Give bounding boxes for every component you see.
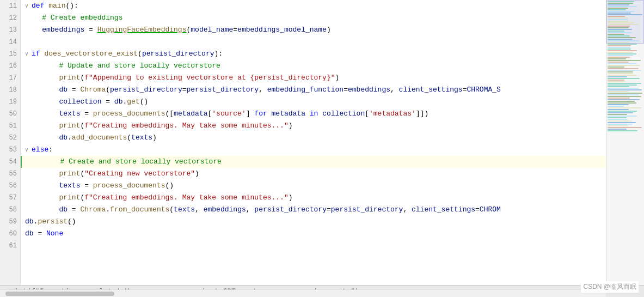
- horizontal-scrollbar[interactable]: [0, 289, 606, 297]
- token-nm: metadata: [174, 110, 207, 118]
- token-nm: db: [114, 98, 123, 106]
- token-plain: ,: [195, 205, 204, 214]
- minimap[interactable]: [606, 0, 644, 285]
- token-fn: Chroma: [80, 86, 106, 94]
- line-number: 13: [3, 24, 17, 36]
- line-number: 56: [3, 180, 17, 192]
- token-plain: =: [34, 229, 46, 238]
- token-st: f"Appending to existing vectorstore at {…: [84, 74, 335, 82]
- code-line: print("Creating new vectorstore"): [21, 168, 606, 180]
- token-st: f"Creating embeddings. May take some min…: [84, 193, 288, 202]
- token-nm: db: [25, 217, 34, 226]
- token-nm: persist_directory: [142, 50, 214, 58]
- token-nm: collection: [59, 98, 101, 106]
- token-kw: def: [32, 2, 48, 10]
- code-content: ∨ def main(): # Create embeddings embedd…: [21, 0, 606, 285]
- token-fold: ∨: [25, 147, 32, 153]
- line-number: 19: [3, 96, 17, 108]
- line-number: 54: [3, 156, 17, 168]
- token-plain: (: [127, 134, 131, 142]
- token-nm: db: [59, 86, 68, 94]
- line-number: 60: [3, 228, 17, 240]
- token-kw: for: [254, 110, 271, 118]
- token-fn: print: [59, 193, 80, 202]
- token-fn: add_documents: [72, 134, 127, 142]
- code-line: ∨ else:: [21, 144, 606, 156]
- line-number: 52: [3, 132, 17, 144]
- token-plain: ): [152, 134, 157, 142]
- code-line: db = Chroma.from_documents(texts, embedd…: [21, 204, 606, 216]
- token-plain: ): [335, 74, 340, 82]
- token-plain: (: [138, 50, 142, 58]
- code-line: [21, 36, 606, 48]
- line-number: 16: [3, 60, 17, 72]
- token-plain: ():: [65, 2, 78, 10]
- token-plain: =: [68, 205, 80, 214]
- token-plain: ): [289, 193, 293, 202]
- scroll-thumb[interactable]: [5, 292, 114, 296]
- line-number: 15: [3, 48, 17, 60]
- token-plain: ,: [246, 205, 255, 214]
- token-fn: HuggingFaceEmbeddings: [97, 26, 187, 34]
- token-plain: =: [80, 110, 93, 118]
- code-line: embeddings = HuggingFaceEmbeddings(model…: [21, 24, 606, 36]
- token-plain: .: [106, 205, 110, 214]
- line-number: 14: [3, 36, 17, 48]
- line-number: 18: [3, 84, 17, 96]
- token-plain: =: [101, 98, 114, 106]
- token-st: 'source': [212, 110, 246, 118]
- token-plain: .: [68, 134, 72, 142]
- line-number: 58: [3, 204, 17, 216]
- token-fold: ∨: [25, 3, 32, 9]
- code-line: ∨ def main():: [21, 0, 606, 12]
- token-plain: ): [327, 26, 331, 34]
- code-line: print(f"Creating embeddings. May take so…: [21, 120, 606, 132]
- code-line: # Create and store locally vectorstore: [21, 156, 606, 168]
- token-st: 'metadatas': [369, 110, 416, 118]
- code-line: db = Chroma(persist_directory=persist_di…: [21, 84, 606, 96]
- line-number: 11: [3, 0, 17, 12]
- watermark: CSDN @临风而眠: [581, 281, 639, 293]
- token-fn: print: [59, 169, 80, 178]
- line-number: 53: [3, 144, 17, 156]
- token-plain: (): [165, 181, 174, 190]
- token-nm: texts: [59, 181, 80, 190]
- token-nm: metadata: [272, 110, 310, 118]
- code-line: texts = process_documents([metadata['sou…: [21, 108, 606, 120]
- token-fn: does_vectorstore_exist: [44, 50, 138, 58]
- token-plain: =: [233, 26, 237, 34]
- token-plain: =: [475, 205, 480, 214]
- token-nm: CHROMA_S: [467, 86, 500, 94]
- line-number: 61: [3, 240, 17, 252]
- token-nm: persist_directory: [254, 205, 327, 214]
- token-plain: ):: [214, 50, 223, 58]
- token-kw: in: [310, 110, 322, 118]
- code-line: texts = process_documents(): [21, 180, 606, 192]
- token-fn: print: [59, 74, 80, 82]
- line-numbers: 1112131415161718195051525354555657585960…: [0, 0, 21, 285]
- token-plain: =: [84, 26, 97, 34]
- token-nm: client_settings: [399, 86, 463, 94]
- line-number: 50: [3, 108, 17, 120]
- token-plain: ,: [403, 205, 412, 214]
- token-plain: ,: [259, 86, 267, 94]
- token-kw: else: [32, 146, 48, 154]
- token-fn: process_documents: [93, 181, 165, 190]
- token-cm: # Create embeddings: [42, 14, 122, 22]
- token-nm: texts: [174, 205, 195, 214]
- token-plain: ([: [165, 110, 174, 118]
- token-fn: get: [127, 98, 139, 106]
- token-nm: model_name: [191, 26, 233, 34]
- token-plain: ]: [246, 110, 255, 118]
- token-fold: ∨: [25, 51, 32, 57]
- code-line: db = None: [21, 228, 606, 240]
- token-fn: persist: [38, 217, 68, 226]
- token-nm: texts: [131, 134, 152, 142]
- token-nm: db: [59, 205, 68, 214]
- token-plain: (: [106, 86, 110, 94]
- token-none-kw: None: [46, 229, 63, 238]
- code-line: print(f"Appending to existing vectorstor…: [21, 72, 606, 84]
- token-nm: db: [25, 229, 34, 238]
- token-kw: if: [32, 50, 44, 58]
- line-number: 12: [3, 12, 17, 24]
